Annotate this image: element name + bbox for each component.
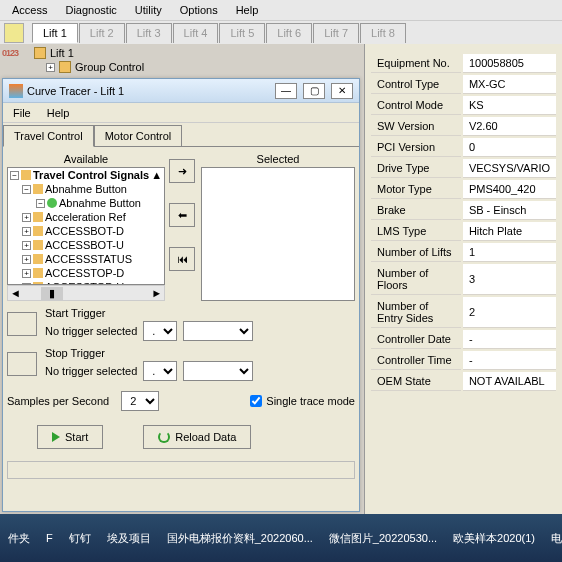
curve-tracer-window: Curve Tracer - Lift 1 — ▢ ✕ File Help Tr… — [2, 78, 360, 512]
expand-icon[interactable]: − — [10, 171, 19, 180]
prop-key: Brake — [371, 201, 461, 220]
tab-travel-control[interactable]: Travel Control — [3, 125, 94, 147]
signal-icon — [33, 240, 43, 250]
list-item[interactable]: +ACCESSSTATUS — [8, 252, 164, 266]
list-item[interactable]: +Acceleration Ref — [8, 210, 164, 224]
list-item[interactable]: +ACCESSBOT-U — [8, 238, 164, 252]
menu-diagnostic[interactable]: Diagnostic — [57, 2, 124, 18]
property-row: Number of Lifts1 — [371, 243, 556, 262]
signal-icon — [47, 198, 57, 208]
menu-help[interactable]: Help — [228, 2, 267, 18]
menu-access[interactable]: Access — [4, 2, 55, 18]
menu-utility[interactable]: Utility — [127, 2, 170, 18]
tab-lift-8[interactable]: Lift 8 — [360, 23, 406, 43]
selected-list[interactable] — [201, 167, 355, 301]
taskbar-item[interactable]: 欧美样本2020(1) — [445, 530, 543, 546]
add-button[interactable]: ➜ — [169, 159, 195, 183]
toolbar-numbers: 0123 — [2, 48, 18, 58]
taskbar-item[interactable]: 件夹 — [0, 530, 38, 546]
minimize-button[interactable]: — — [275, 83, 297, 99]
expand-icon[interactable]: + — [46, 63, 55, 72]
menu-options[interactable]: Options — [172, 2, 226, 18]
list-item[interactable]: −Abnahme Button — [8, 196, 164, 210]
tab-motor-control[interactable]: Motor Control — [94, 125, 183, 146]
taskbar-item[interactable]: 微信图片_20220530... — [321, 530, 445, 546]
property-row: BrakeSB - Einsch — [371, 201, 556, 220]
tree-root[interactable]: Lift 1 — [50, 47, 74, 59]
tab-lift-6[interactable]: Lift 6 — [266, 23, 312, 43]
taskbar-item[interactable]: 国外电梯报价资料_2022060... — [159, 530, 321, 546]
status-bar — [7, 461, 355, 479]
single-trace-label: Single trace mode — [266, 395, 355, 407]
list-item[interactable]: −Abnahme Button — [8, 182, 164, 196]
list-item[interactable]: +ACCESSBOT-D — [8, 224, 164, 238]
tab-lift-5[interactable]: Lift 5 — [219, 23, 265, 43]
lift-tree: Lift 1 +Group Control — [30, 44, 148, 80]
expand-icon[interactable]: − — [22, 185, 31, 194]
prop-value: 0 — [463, 138, 556, 157]
prop-value: - — [463, 330, 556, 349]
window-title: Curve Tracer - Lift 1 — [27, 85, 124, 97]
signals-root[interactable]: Travel Control Signals — [33, 169, 149, 181]
start-trigger-button[interactable] — [7, 312, 37, 336]
submenu-help[interactable]: Help — [39, 105, 78, 121]
expand-icon[interactable]: − — [36, 199, 45, 208]
signal-icon — [33, 212, 43, 222]
curve-tracer-icon — [9, 84, 23, 98]
taskbar-item[interactable]: 钉钉 — [61, 530, 99, 546]
main-menubar: Access Diagnostic Utility Options Help — [0, 0, 562, 20]
stop-trigger-val-select[interactable] — [183, 361, 253, 381]
properties-pane: Equipment No.100058805Control TypeMX-GCC… — [365, 44, 562, 516]
property-row: LMS TypeHitch Plate — [371, 222, 556, 241]
prop-key: Control Type — [371, 75, 461, 94]
stop-trigger-button[interactable] — [7, 352, 37, 376]
single-trace-checkbox[interactable] — [250, 395, 262, 407]
folder-icon — [59, 61, 71, 73]
lift-tabs: Lift 1 Lift 2 Lift 3 Lift 4 Lift 5 Lift … — [32, 23, 406, 43]
samples-select[interactable]: 2 — [121, 391, 159, 411]
prop-key: OEM State — [371, 372, 461, 391]
taskbar-item[interactable]: 电池行业数据分析 — [543, 530, 562, 546]
start-button[interactable]: Start — [37, 425, 103, 449]
signal-label: ACCESSBOT-D — [45, 225, 124, 237]
tree-group-control[interactable]: Group Control — [75, 61, 144, 73]
tab-lift-1[interactable]: Lift 1 — [32, 23, 78, 43]
expand-icon[interactable]: + — [22, 241, 31, 250]
signal-label: Abnahme Button — [45, 183, 127, 195]
property-row: PCI Version0 — [371, 138, 556, 157]
signal-label: ACCESSSTATUS — [45, 253, 132, 265]
reload-button[interactable]: Reload Data — [143, 425, 251, 449]
maximize-button[interactable]: ▢ — [303, 83, 325, 99]
prop-value: VECSYS/VARIO — [463, 159, 556, 178]
remove-all-button[interactable]: ⏮ — [169, 247, 195, 271]
expand-icon[interactable]: + — [22, 269, 31, 278]
start-trigger-op-select[interactable]: .. — [143, 321, 177, 341]
tab-lift-7[interactable]: Lift 7 — [313, 23, 359, 43]
taskbar-item[interactable]: F — [38, 530, 61, 546]
stop-trigger-op-select[interactable]: .. — [143, 361, 177, 381]
taskbar-item[interactable]: 埃及项目 — [99, 530, 159, 546]
expand-icon[interactable]: + — [22, 213, 31, 222]
prop-value: 100058805 — [463, 54, 556, 73]
horizontal-scrollbar[interactable]: ◄▮► — [7, 285, 165, 301]
window-titlebar[interactable]: Curve Tracer - Lift 1 — ▢ ✕ — [3, 79, 359, 103]
tab-lift-2[interactable]: Lift 2 — [79, 23, 125, 43]
start-trigger-val-select[interactable] — [183, 321, 253, 341]
expand-icon[interactable]: + — [22, 227, 31, 236]
signal-icon — [33, 268, 43, 278]
property-row: SW VersionV2.60 — [371, 117, 556, 136]
expand-icon[interactable]: + — [22, 255, 31, 264]
available-list[interactable]: −Travel Control Signals▲ −Abnahme Button… — [7, 167, 165, 285]
prop-key: Number of Entry Sides — [371, 297, 461, 328]
list-item[interactable]: +ACCESSTOP-D — [8, 266, 164, 280]
property-row: Controller Date- — [371, 330, 556, 349]
stop-trigger-label: Stop Trigger — [45, 347, 355, 359]
tab-lift-3[interactable]: Lift 3 — [126, 23, 172, 43]
remove-button[interactable]: ⬅ — [169, 203, 195, 227]
property-row: OEM StateNOT AVAILABL — [371, 372, 556, 391]
close-button[interactable]: ✕ — [331, 83, 353, 99]
taskbar[interactable]: 件夹F钉钉埃及项目国外电梯报价资料_2022060...微信图片_2022053… — [0, 514, 562, 562]
tab-lift-4[interactable]: Lift 4 — [173, 23, 219, 43]
submenu-file[interactable]: File — [5, 105, 39, 121]
prop-key: Equipment No. — [371, 54, 461, 73]
